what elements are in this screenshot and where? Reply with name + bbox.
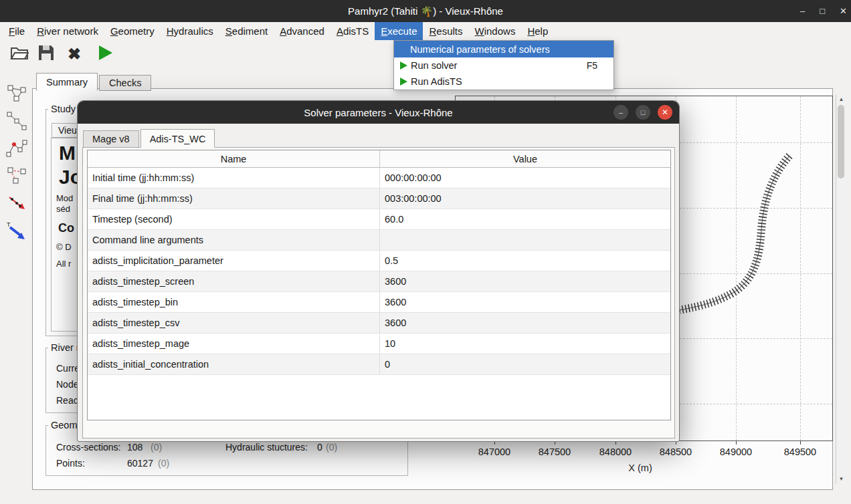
x-tick-mark bbox=[736, 441, 737, 445]
param-name-cell[interactable]: adists_implicitation_parameter bbox=[88, 251, 380, 271]
cross-section-icon[interactable] bbox=[5, 138, 28, 158]
param-value-cell[interactable]: 60.0 bbox=[380, 209, 670, 229]
tab-checks[interactable]: Checks bbox=[99, 75, 151, 91]
hydraulic-structures-label: Hydraulic stuctures: bbox=[225, 442, 308, 453]
table-body: Initial time (jj:hh:mm:ss)000:00:00:00Fi… bbox=[88, 168, 670, 375]
param-row: Final time (jj:hh:mm:ss)003:00:00:00 bbox=[88, 188, 670, 209]
param-name-cell[interactable]: adists_initial_concentration bbox=[88, 354, 380, 374]
menu-windows[interactable]: Windows bbox=[469, 22, 522, 40]
dialog-maximize-icon[interactable]: □ bbox=[636, 105, 650, 120]
param-value-cell[interactable]: 10 bbox=[380, 334, 670, 354]
window-controls: – □ ✕ bbox=[800, 0, 847, 22]
execute-menu: Numerical parameters of solversRun solve… bbox=[393, 40, 614, 90]
param-name-cell[interactable]: Command line arguments bbox=[88, 230, 380, 250]
menu-item-run-solver[interactable]: Run solverF5 bbox=[394, 57, 613, 74]
network-dashed-icon[interactable] bbox=[5, 165, 28, 186]
red-arrow-icon[interactable] bbox=[5, 193, 28, 213]
study-group-label: Study bbox=[48, 104, 78, 114]
hydraulic-structures-value: 0 bbox=[317, 442, 322, 453]
x-tick-mark bbox=[800, 441, 801, 445]
blue-arrow-icon[interactable]: T bbox=[5, 220, 28, 241]
save-button[interactable] bbox=[35, 43, 58, 66]
open-folder-icon bbox=[10, 45, 29, 64]
cross-sections-extra: (0) bbox=[151, 442, 162, 453]
param-value-cell[interactable]: 0 bbox=[380, 354, 670, 374]
param-name-cell[interactable]: Initial time (jj:hh:mm:ss) bbox=[88, 168, 380, 188]
param-value-cell[interactable]: 003:00:00:00 bbox=[380, 188, 670, 209]
menu-bar: FileRiver networkGeometryHydraulicsSedim… bbox=[0, 22, 851, 40]
study-subheading-fragment: Co bbox=[58, 221, 74, 235]
menu-help[interactable]: Help bbox=[521, 22, 554, 40]
tab-summary[interactable]: Summary bbox=[36, 73, 98, 91]
vertical-scrollbar[interactable]: ▲ ▼ bbox=[836, 94, 846, 484]
run-play-icon bbox=[97, 44, 113, 64]
minimize-icon[interactable]: – bbox=[800, 6, 805, 16]
title-bar[interactable]: Pamhyr2 (Tahiti 🌴) - Vieux-Rhône – □ ✕ bbox=[0, 0, 851, 22]
param-value-cell[interactable]: 000:00:00:00 bbox=[380, 168, 670, 188]
menu-file[interactable]: File bbox=[3, 22, 31, 40]
close-icon[interactable]: ✕ bbox=[840, 6, 847, 16]
menu-river-network[interactable]: River network bbox=[31, 22, 104, 40]
tab-adis-ts-wc[interactable]: Adis-TS_WC bbox=[140, 129, 215, 148]
dialog-minimize-icon[interactable]: – bbox=[613, 105, 628, 120]
scroll-down-icon[interactable]: ▼ bbox=[836, 476, 846, 482]
gridline-vertical bbox=[800, 96, 801, 440]
run-button[interactable] bbox=[94, 43, 116, 66]
menu-geometry[interactable]: Geometry bbox=[104, 22, 161, 40]
menu-adists[interactable]: AdisTS bbox=[330, 22, 375, 40]
menu-execute[interactable]: Execute bbox=[375, 22, 423, 40]
maximize-icon[interactable]: □ bbox=[820, 6, 825, 16]
menu-item-label: Numerical parameters of solvers bbox=[410, 44, 550, 55]
param-row: adists_timestep_screen3600 bbox=[88, 271, 670, 292]
param-name-cell[interactable]: adists_timestep_screen bbox=[88, 271, 380, 291]
menu-hydraulics[interactable]: Hydraulics bbox=[161, 22, 219, 40]
table-header-row: Name Value bbox=[88, 150, 670, 168]
dialog-title-bar[interactable]: Solver parameters - Vieux-Rhône – □ ✕ bbox=[78, 101, 679, 124]
x-tick-label: 849000 bbox=[716, 447, 756, 457]
menu-results[interactable]: Results bbox=[423, 22, 468, 40]
param-row: Timestep (second)60.0 bbox=[88, 209, 670, 230]
param-name-cell[interactable]: adists_timestep_csv bbox=[88, 313, 380, 333]
param-name-cell[interactable]: adists_timestep_mage bbox=[88, 334, 380, 354]
menu-item-label: Run AdisTS bbox=[411, 76, 462, 87]
param-name-cell[interactable]: Timestep (second) bbox=[88, 209, 380, 229]
study-heading-fragment: M bbox=[59, 142, 76, 164]
param-value-cell[interactable] bbox=[380, 230, 670, 250]
save-floppy-icon bbox=[37, 44, 55, 64]
menu-advanced[interactable]: Advanced bbox=[274, 22, 330, 40]
main-tab-bar: Summary Checks bbox=[36, 73, 151, 91]
x-tick-label: 847500 bbox=[535, 447, 575, 457]
tab-mage-v8[interactable]: Mage v8 bbox=[83, 130, 139, 148]
param-row: adists_timestep_csv3600 bbox=[88, 313, 670, 334]
points-label: Points: bbox=[56, 458, 85, 469]
menu-sediment[interactable]: Sediment bbox=[219, 22, 274, 40]
param-name-cell[interactable]: adists_timestep_bin bbox=[88, 292, 380, 312]
close-study-button[interactable]: ✖ bbox=[63, 43, 86, 66]
reach-profile-icon[interactable] bbox=[5, 110, 28, 131]
study-text-fragment-2: séd bbox=[56, 204, 70, 214]
param-row: adists_timestep_bin3600 bbox=[88, 292, 670, 313]
tab-adis-ts-wc-label: Adis-TS_WC bbox=[150, 134, 206, 144]
param-value-cell[interactable]: 3600 bbox=[380, 313, 670, 333]
scrollbar-thumb[interactable] bbox=[838, 105, 844, 178]
column-header-value[interactable]: Value bbox=[380, 150, 670, 167]
open-button[interactable] bbox=[8, 43, 31, 66]
x-tick-label: 848000 bbox=[595, 447, 636, 457]
menu-item-numerical-parameters-of-solvers[interactable]: Numerical parameters of solvers bbox=[394, 41, 613, 57]
column-header-name[interactable]: Name bbox=[88, 150, 380, 167]
dialog-close-icon[interactable]: ✕ bbox=[658, 105, 672, 120]
nodes-label: Node bbox=[56, 379, 78, 390]
scroll-up-icon[interactable]: ▲ bbox=[836, 96, 846, 102]
param-value-cell[interactable]: 3600 bbox=[380, 271, 670, 291]
param-value-cell[interactable]: 3600 bbox=[380, 292, 670, 312]
param-name-cell[interactable]: Final time (jj:hh:mm:ss) bbox=[88, 188, 380, 209]
x-tick-label: 847000 bbox=[474, 447, 514, 457]
hydraulic-structures-extra: (0) bbox=[326, 442, 337, 453]
solver-parameters-dialog: Solver parameters - Vieux-Rhône – □ ✕ Ma… bbox=[77, 100, 680, 442]
param-row: Command line arguments bbox=[88, 230, 670, 251]
river-network-icon[interactable] bbox=[5, 83, 28, 104]
param-value-cell[interactable]: 0.5 bbox=[380, 251, 670, 271]
copyright-fragment: © D bbox=[56, 242, 72, 252]
menu-item-run-adists[interactable]: Run AdisTS bbox=[394, 74, 613, 90]
dialog-tab-content: Name Value Initial time (jj:hh:mm:ss)000… bbox=[82, 147, 675, 438]
